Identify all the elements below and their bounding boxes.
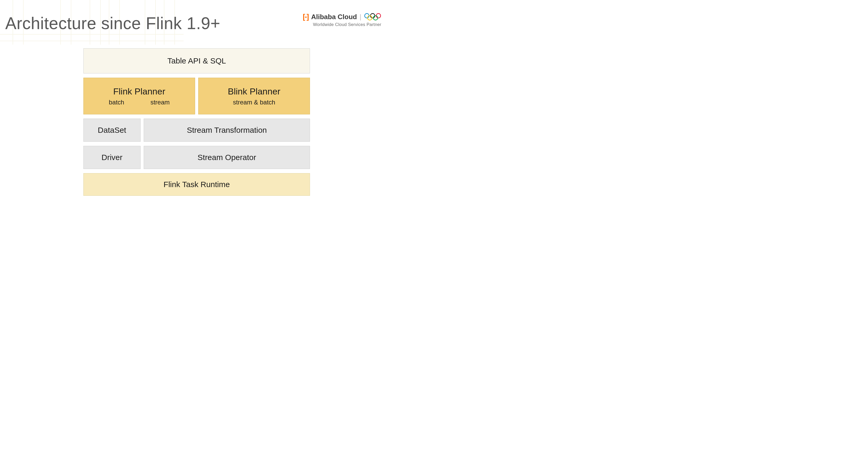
brand-name: Alibaba Cloud [311,13,357,21]
layer-label: Stream Operator [197,153,256,162]
planner-title: Flink Planner [113,86,165,96]
olympic-rings-icon [364,13,381,21]
layer-label: Table API & SQL [167,56,226,65]
divider-pipe: | [360,13,361,21]
planner-mode-stream: stream [151,99,170,106]
layer-blink-planner: Blink Planner stream & batch [198,78,310,114]
layer-stream-operator: Stream Operator [144,146,310,169]
layer-label: Driver [101,153,122,162]
partner-logo-block: [-] Alibaba Cloud | Worldwide Cloud Serv… [303,12,381,27]
layer-flink-planner: Flink Planner batch stream [83,78,195,114]
planner-mode: stream & batch [233,99,275,106]
layer-label: DataSet [98,126,126,135]
layer-label: Stream Transformation [187,126,267,135]
layer-driver: Driver [83,146,141,169]
layer-flink-task-runtime: Flink Task Runtime [83,173,310,196]
slide-title: Architecture since Flink 1.9+ [5,13,220,33]
layer-label: Flink Task Runtime [164,180,230,189]
planner-mode-batch: batch [109,99,124,106]
layer-table-api-sql: Table API & SQL [83,48,310,74]
architecture-diagram: Table API & SQL Flink Planner batch stre… [83,48,310,196]
layer-stream-transformation: Stream Transformation [144,119,310,142]
alibaba-bracket-icon: [-] [303,12,308,21]
layer-dataset: DataSet [83,119,141,142]
brand-tagline: Worldwide Cloud Services Partner [313,22,381,27]
planner-title: Blink Planner [228,86,280,96]
